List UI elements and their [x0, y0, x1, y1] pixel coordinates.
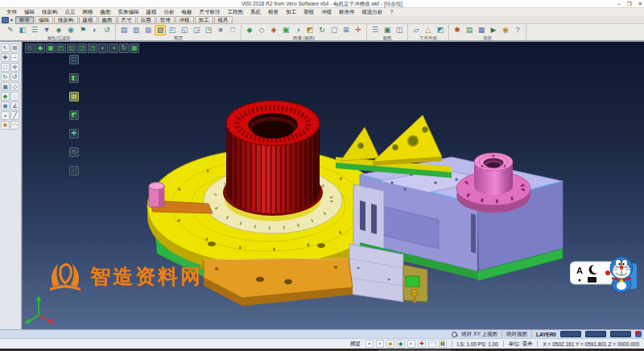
- perspective-view-icon[interactable]: ◩: [304, 25, 316, 35]
- ribbon-tab-6[interactable]: 应用: [137, 16, 155, 24]
- move-to-layer-icon[interactable]: ◱: [179, 25, 190, 35]
- menu-item-10[interactable]: 尺寸标注: [196, 8, 224, 16]
- rotate-ccw-icon[interactable]: ◐: [98, 43, 108, 53]
- front-plate-orange[interactable]: [204, 258, 353, 306]
- stator-core[interactable]: [223, 101, 323, 216]
- minimize-button[interactable]: –: [617, 0, 621, 8]
- magnifier-icon[interactable]: [452, 332, 457, 337]
- workplane-xy-icon[interactable]: ▱: [411, 25, 422, 35]
- ribbon-tab-1[interactable]: 编辑: [35, 16, 53, 24]
- current-layer-label[interactable]: LAYER0: [536, 332, 556, 337]
- split-view-icon[interactable]: ◫: [394, 25, 405, 35]
- close-button[interactable]: ✕: [638, 0, 642, 8]
- snap-quadrant-icon[interactable]: ◐: [407, 340, 415, 348]
- dynamic-section-icon[interactable]: ◩: [69, 110, 79, 120]
- freeze-layer-icon[interactable]: ■: [215, 25, 226, 35]
- menu-item-13[interactable]: 检查: [265, 8, 282, 16]
- hidden-line-view-icon[interactable]: ◈: [268, 25, 279, 35]
- transparency-view-icon[interactable]: ◑: [292, 25, 303, 35]
- right-view-icon[interactable]: ◰: [56, 43, 66, 53]
- ime-mode-letter[interactable]: A: [576, 266, 583, 275]
- select-face-icon[interactable]: □: [69, 55, 79, 64]
- menu-item-16[interactable]: 冲模: [318, 8, 335, 16]
- snap-point-icon[interactable]: •: [365, 340, 374, 348]
- reset-filter-icon[interactable]: ↺: [101, 25, 113, 35]
- favorites-icon[interactable]: ✱: [1, 121, 10, 130]
- menu-item-12[interactable]: 系统: [247, 8, 264, 16]
- triangle-brackets[interactable]: [336, 115, 452, 178]
- camera-view-icon[interactable]: ▣: [382, 25, 393, 35]
- ribbon-tab-7[interactable]: 管理: [156, 16, 175, 24]
- current-layer-icon[interactable]: ▧: [155, 25, 166, 35]
- status-field-2[interactable]: [585, 331, 606, 337]
- color-filter-icon[interactable]: ◧: [17, 25, 28, 35]
- help-icon[interactable]: ?: [512, 25, 523, 35]
- pan-view-icon[interactable]: ✛: [353, 25, 364, 35]
- point-icon[interactable]: •: [1, 111, 10, 120]
- menu-item-6[interactable]: 实体编辑: [115, 8, 142, 16]
- status-field-3[interactable]: [610, 331, 631, 337]
- ribbon-tab-5[interactable]: 尺寸: [118, 16, 136, 24]
- menu-item-14[interactable]: 加工: [283, 8, 299, 16]
- quick-select-icon[interactable]: ◉: [65, 25, 76, 35]
- shaded-icon[interactable]: ◆: [1, 92, 10, 101]
- snap-endpoint-icon[interactable]: ▪: [376, 340, 384, 348]
- layer-off-icon[interactable]: ▦: [142, 25, 154, 35]
- ribbon-tab-3[interactable]: 建模: [79, 16, 97, 24]
- spin-view-icon[interactable]: ↻: [119, 43, 129, 53]
- settings-icon[interactable]: ✱: [452, 25, 463, 35]
- ribbon-tab-9[interactable]: 加工: [195, 16, 213, 24]
- ribbon-tab-4[interactable]: 曲面: [98, 16, 117, 24]
- layer-filter-icon[interactable]: ▼: [41, 25, 52, 35]
- ribbon-tab-0[interactable]: 标准: [15, 16, 34, 24]
- snap-midpoint-icon[interactable]: ◆: [386, 340, 394, 348]
- menu-item-3[interactable]: 点云: [62, 8, 79, 16]
- left-view-icon[interactable]: ◲: [77, 43, 87, 53]
- ribbon-tab-10[interactable]: 模具: [214, 16, 233, 24]
- box-select-icon[interactable]: ⊞: [10, 43, 19, 52]
- rotate-icon[interactable]: ↻: [1, 72, 10, 81]
- maximize-button[interactable]: ❐: [627, 0, 632, 8]
- line-icon[interactable]: ╱: [10, 111, 19, 120]
- ime-toolbar[interactable]: A: [570, 254, 638, 297]
- rotate-view-icon[interactable]: ↻: [316, 25, 328, 35]
- zoom-window-icon[interactable]: □: [1, 63, 10, 72]
- zoom-out-icon[interactable]: −: [10, 53, 19, 62]
- local-frame-icon[interactable]: ◇: [69, 147, 79, 157]
- new-layer-icon[interactable]: ▤: [118, 25, 130, 35]
- clip-plane-icon[interactable]: ✚: [69, 129, 79, 138]
- shaded-view-icon[interactable]: ◆: [244, 25, 255, 35]
- select-arrow-icon[interactable]: ↖: [1, 43, 10, 52]
- zoom-fit-icon[interactable]: ▢: [328, 25, 340, 35]
- menu-item-15[interactable]: 塑模: [300, 8, 317, 16]
- menu-item-18[interactable]: 模流分析: [359, 8, 386, 16]
- measure-icon[interactable]: ∡: [10, 101, 19, 110]
- element-properties-icon[interactable]: ✎: [5, 25, 16, 35]
- grid-view-icon[interactable]: ▦: [130, 43, 139, 53]
- menu-item-11[interactable]: 工程图: [225, 8, 247, 16]
- fit-view-icon[interactable]: ▣: [1, 82, 10, 91]
- toolbar-options-icon[interactable]: ▾: [10, 17, 13, 23]
- layer-on-icon[interactable]: ▥: [130, 25, 142, 35]
- menu-item-7[interactable]: 建模: [143, 8, 160, 16]
- zoom-window-icon[interactable]: ⊞: [341, 25, 352, 35]
- recycle-icon[interactable]: ◠: [10, 121, 19, 130]
- quick-access-icon[interactable]: [2, 17, 9, 23]
- view-reference-label[interactable]: 绝对视图: [506, 331, 527, 338]
- snapshot-icon[interactable]: ◉: [500, 25, 511, 35]
- snap-center-icon[interactable]: ◉: [397, 340, 405, 348]
- menu-item-9[interactable]: 电极: [179, 8, 196, 16]
- iso-view-icon[interactable]: ◇: [25, 43, 35, 53]
- macro-run-icon[interactable]: ▶: [488, 25, 499, 35]
- ribbon-tab-2[interactable]: 线架构: [54, 16, 78, 24]
- status-field-1[interactable]: [560, 331, 581, 337]
- select-edge-icon[interactable]: ◧: [69, 73, 79, 83]
- keyboard-icon[interactable]: [588, 277, 597, 283]
- snap-intersection-icon[interactable]: ✚: [418, 340, 426, 348]
- bottom-view-icon[interactable]: ◳: [88, 43, 97, 53]
- menu-item-1[interactable]: 编辑: [21, 8, 38, 16]
- menu-item-19[interactable]: ?: [387, 8, 397, 16]
- menu-item-4[interactable]: 网格: [80, 8, 97, 16]
- select-body-icon[interactable]: ▤: [69, 92, 79, 101]
- refresh-icon[interactable]: ↺: [10, 72, 19, 81]
